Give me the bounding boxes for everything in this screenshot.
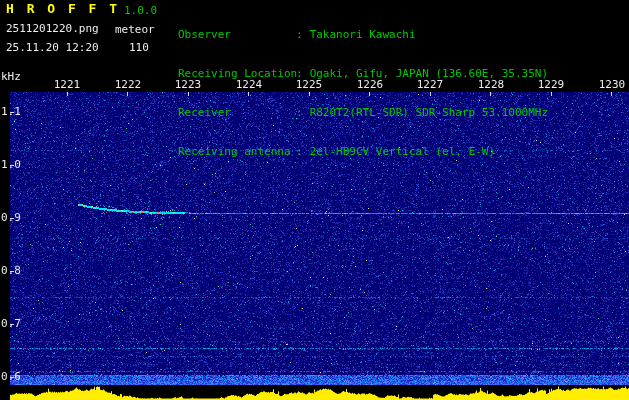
time-tick-label: 1226 xyxy=(354,79,386,90)
time-tick-label: 1230 xyxy=(596,79,628,90)
time-tick-label: 1223 xyxy=(172,79,204,90)
time-tick-label: 1229 xyxy=(535,79,567,90)
info-value: Takanori Kawachi xyxy=(310,28,416,41)
info-row-antenna: Receiving antenna:2el-HB9CV Vertical (el… xyxy=(178,145,548,158)
time-tick-label: 1228 xyxy=(475,79,507,90)
time-tick-label: 1225 xyxy=(293,79,325,90)
freq-tick-label: 0.8 xyxy=(1,265,21,277)
freq-tick-label: 0.7 xyxy=(1,318,21,330)
info-value: 2el-HB9CV Vertical (el. E-W) xyxy=(310,145,495,158)
info-label: Receiving antenna xyxy=(178,145,296,158)
time-tick-label: 1221 xyxy=(51,79,83,90)
freq-tick-label: 0.9 xyxy=(1,212,21,224)
info-label: Observer xyxy=(178,28,296,41)
time-tick-label: 1224 xyxy=(233,79,265,90)
info-label: Receiver xyxy=(178,106,296,119)
echo-count: 110 xyxy=(129,42,149,54)
hrofft-spectrogram-image: H R O F F T 1.0.0 2511201220.png meteor … xyxy=(0,0,629,400)
freq-unit-label: kHz xyxy=(1,71,21,83)
time-tick-label: 1227 xyxy=(414,79,446,90)
filename-label: 2511201220.png xyxy=(6,23,99,35)
info-row-observer: Observer:Takanori Kawachi xyxy=(178,28,548,41)
info-separator: : xyxy=(296,106,303,119)
capture-datetime: 25.11.20 12:20 xyxy=(6,42,99,54)
info-value: R820T2(RTL-SDR) SDR-Sharp 53.1000MHz xyxy=(310,106,548,119)
app-title: H R O F F T xyxy=(6,3,120,15)
freq-tick-label: 0.6 xyxy=(1,371,21,383)
freq-tick-label: 1.1 xyxy=(1,106,21,118)
app-version: 1.0.0 xyxy=(124,5,157,17)
info-row-receiver: Receiver:R820T2(RTL-SDR) SDR-Sharp 53.10… xyxy=(178,106,548,119)
station-info: Observer:Takanori Kawachi Receiving Loca… xyxy=(178,2,548,184)
info-separator: : xyxy=(296,145,303,158)
freq-tick-label: 1.0 xyxy=(1,159,21,171)
time-tick-label: 1222 xyxy=(112,79,144,90)
observation-mode-label: meteor xyxy=(115,24,155,36)
info-separator: : xyxy=(296,28,303,41)
